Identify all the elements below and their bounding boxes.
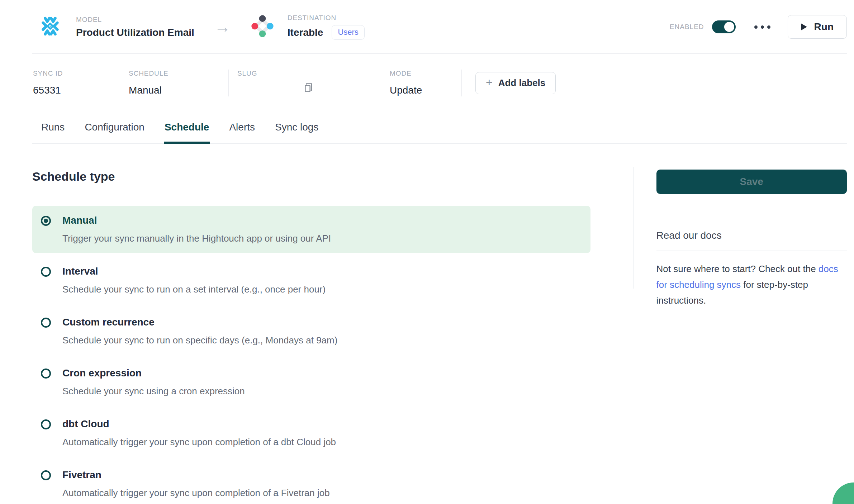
schedule-option-interval[interactable]: Interval Schedule your sync to run on a … [32,257,590,304]
model-name: Product Utilization Email [76,27,194,38]
mode-value: Update [390,85,453,96]
sync-header: MODEL Product Utilization Email → DESTIN… [0,0,854,54]
option-description: Trigger your sync manually in the Highto… [62,233,331,244]
sync-tabs: Runs Configuration Schedule Alerts Sync … [0,111,854,144]
run-button[interactable]: Run [788,15,847,39]
docs-divider [656,251,847,251]
ellipsis-icon [761,25,764,29]
snowflake-icon [40,16,60,38]
tab-sync-logs[interactable]: Sync logs [274,122,319,144]
meta-slug: SLUG [229,70,381,96]
option-description: Schedule your sync to run on specific da… [62,335,337,346]
option-label: Cron expression [62,368,245,379]
option-label: Fivetran [62,470,330,480]
destination-entity: DESTINATION Iterable Users [251,14,365,40]
ellipsis-icon [754,25,758,29]
iterable-icon [251,15,274,39]
schedule-option-cron[interactable]: Cron expression Schedule your sync using… [32,358,590,406]
docs-paragraph: Not sure where to start? Check out the d… [656,261,847,308]
copy-icon[interactable] [303,82,314,96]
model-eyebrow-label: MODEL [76,16,194,24]
mode-label: MODE [390,70,453,77]
vertical-divider [633,167,634,289]
radio-dbt-cloud[interactable] [41,419,51,429]
option-label: Interval [62,266,326,277]
arrow-right-icon: → [214,19,231,35]
radio-cron[interactable] [41,369,51,379]
docs-text-before: Not sure where to start? Check out the [656,263,819,274]
schedule-option-dbt-cloud[interactable]: dbt Cloud Automatically trigger your syn… [32,409,590,457]
docs-section-title: Read our docs [656,230,847,241]
add-labels-button[interactable]: + Add labels [475,72,556,94]
toggle-knob [724,22,734,32]
sync-id-value: 65331 [33,85,111,96]
schedule-type-title: Schedule type [32,170,590,184]
meta-mode: MODE Update [381,70,462,96]
schedule-value: Manual [129,85,220,96]
option-label: Manual [62,215,331,226]
radio-custom-recurrence[interactable] [41,318,51,328]
schedule-option-custom-recurrence[interactable]: Custom recurrence Schedule your sync to … [32,308,590,355]
radio-interval[interactable] [41,267,51,277]
schedule-option-manual[interactable]: Manual Trigger your sync manually in the… [32,206,590,253]
run-button-label: Run [814,21,834,33]
option-description: Automatically trigger your sync upon com… [62,437,336,447]
option-description: Schedule your sync using a cron expressi… [62,386,245,396]
tab-runs[interactable]: Runs [41,122,65,144]
sync-id-label: SYNC ID [33,70,111,77]
tab-schedule[interactable]: Schedule [164,122,210,144]
option-label: Custom recurrence [62,317,337,328]
schedule-option-fivetran[interactable]: Fivetran Automatically trigger your sync… [32,460,590,504]
add-labels-label: Add labels [498,77,545,89]
radio-fivetran[interactable] [41,470,51,480]
tab-alerts[interactable]: Alerts [228,122,256,144]
option-description: Automatically trigger your sync upon com… [62,488,330,498]
schedule-panel: Schedule type Manual Trigger your sync m… [0,144,854,504]
sync-meta-strip: SYNC ID 65331 SCHEDULE Manual SLUG MODE … [0,54,854,111]
option-label: dbt Cloud [62,419,336,429]
enabled-label: ENABLED [670,23,704,31]
meta-schedule: SCHEDULE Manual [120,70,229,96]
radio-manual[interactable] [41,216,51,226]
destination-eyebrow-label: DESTINATION [288,14,365,22]
destination-users-badge: Users [332,25,364,40]
play-icon [801,23,807,30]
enabled-toggle[interactable] [712,20,736,33]
schedule-label: SCHEDULE [129,70,220,77]
tab-configuration[interactable]: Configuration [84,122,145,144]
option-description: Schedule your sync to run on a set inter… [62,284,326,295]
model-entity: MODEL Product Utilization Email [40,16,194,38]
overflow-menu-button[interactable] [752,23,773,31]
destination-name: Iterable [288,27,323,38]
ellipsis-icon [767,25,770,29]
save-button[interactable]: Save [656,170,847,194]
slug-label: SLUG [237,70,372,77]
meta-sync-id: SYNC ID 65331 [33,70,120,96]
plus-icon: + [486,77,493,88]
